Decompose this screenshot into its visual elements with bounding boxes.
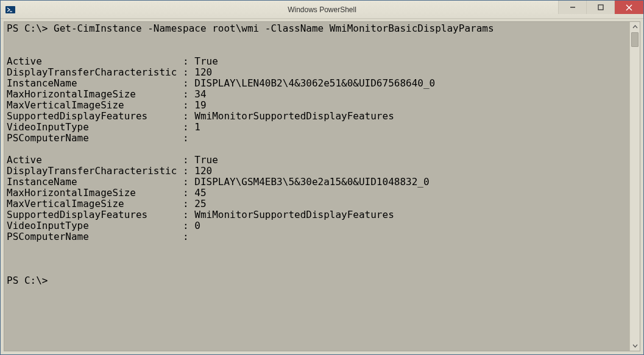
output-line: DisplayTransferCharacteristic : 120: [7, 165, 212, 177]
maximize-button[interactable]: [586, 1, 614, 14]
output-line: MaxVerticalImageSize : 19: [7, 99, 207, 111]
vertical-scrollbar[interactable]: [629, 22, 640, 351]
maximize-icon: [598, 4, 604, 10]
output-line: DisplayTransferCharacteristic : 120: [7, 66, 212, 78]
client-area: PS C:\> Get-CimInstance -Namespace root\…: [1, 19, 643, 354]
scroll-up-button[interactable]: [630, 22, 640, 32]
chevron-up-icon: [632, 24, 638, 30]
output-line: MaxHorizontalImageSize : 34: [7, 88, 207, 100]
powershell-window: Windows PowerShell PS C:\> Get-CimInstan…: [0, 0, 644, 355]
close-button[interactable]: [614, 1, 643, 14]
output-line: SupportedDisplayFeatures : WmiMonitorSup…: [7, 110, 394, 122]
output-line: MaxVerticalImageSize : 25: [7, 198, 207, 209]
prompt: PS C:\>: [7, 275, 48, 286]
close-icon: [626, 4, 632, 11]
output-line: PSComputerName :: [7, 132, 189, 144]
output-line: VideoInputType : 1: [7, 121, 200, 133]
output-line: InstanceName : DISPLAY\GSM4EB3\5&30e2a15…: [7, 176, 430, 188]
scroll-track[interactable]: [630, 32, 640, 340]
output-line: PSComputerName :: [7, 231, 189, 242]
scroll-thumb[interactable]: [631, 32, 639, 47]
output-line: Active : True: [7, 154, 218, 166]
output-line: SupportedDisplayFeatures : WmiMonitorSup…: [7, 209, 394, 220]
console-output[interactable]: PS C:\> Get-CimInstance -Namespace root\…: [4, 22, 640, 287]
prompt: PS C:\>: [7, 23, 48, 34]
powershell-icon: [5, 5, 15, 15]
minimize-button[interactable]: [558, 1, 586, 14]
window-title: Windows PowerShell: [288, 5, 356, 14]
chevron-down-icon: [632, 343, 638, 348]
scroll-down-button[interactable]: [630, 340, 640, 351]
output-line: VideoInputType : 0: [7, 220, 200, 231]
output-line: Active : True: [7, 55, 218, 67]
output-line: InstanceName : DISPLAY\LEN40B2\4&3062e51…: [7, 77, 435, 89]
svg-rect-2: [598, 5, 603, 10]
minimize-icon: [570, 4, 576, 10]
output-line: MaxHorizontalImageSize : 45: [7, 187, 207, 199]
command-text: Get-CimInstance -Namespace root\wmi -Cla…: [54, 23, 494, 34]
console-area[interactable]: PS C:\> Get-CimInstance -Namespace root\…: [4, 21, 640, 351]
titlebar[interactable]: Windows PowerShell: [1, 1, 643, 19]
window-controls: [558, 1, 643, 14]
